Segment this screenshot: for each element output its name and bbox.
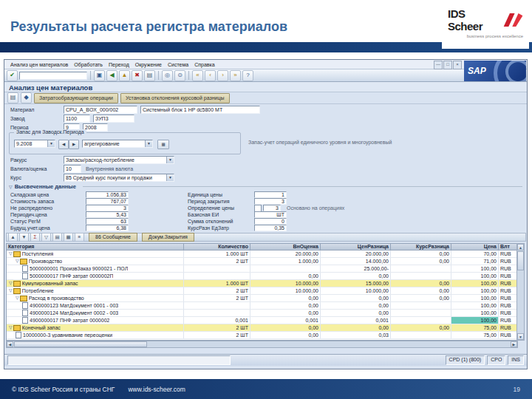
table-row[interactable]: ▽Производство2 ШТ1.000,0014.000,000,0071… — [7, 258, 517, 265]
enter-icon[interactable]: ✔ — [7, 70, 18, 81]
expander-icon[interactable]: ▽ — [9, 281, 13, 286]
app-toolbar-button[interactable]: Установка отклонения курсовой разницы — [120, 93, 230, 103]
column-header[interactable]: ЦенРазница — [321, 244, 391, 250]
save-icon[interactable]: ▣ — [94, 70, 105, 81]
menu-item[interactable]: Справка — [191, 61, 217, 68]
restore-icon[interactable]: □ — [443, 61, 452, 69]
scroll-up-icon[interactable]: ▲ — [517, 244, 524, 250]
horizontal-scroll-thumb[interactable] — [14, 341, 147, 347]
grid-settings-button[interactable]: ▦ — [157, 140, 169, 149]
detail-field[interactable]: 767,07 — [86, 198, 129, 205]
print-icon[interactable]: ▤ — [52, 233, 62, 242]
table-row[interactable]: ▽Расход в производство2 ШТ0,000,000,0010… — [7, 295, 517, 302]
rate-select[interactable]: 85 Средний курс покупки и продажи ▼ — [64, 174, 174, 182]
expander-icon[interactable]: ▽ — [16, 259, 19, 264]
detail-field[interactable]: 5,43 — [86, 211, 129, 218]
app-toolbar-button[interactable]: Затратообразующие операции — [34, 93, 118, 103]
expander-icon[interactable]: ▽ — [9, 251, 13, 256]
table-row[interactable]: ▽Конечный запас2 ШТ0,000,000,0075,00RUB — [7, 324, 517, 332]
aggregation-select[interactable]: агрегирование ▼ — [82, 140, 153, 148]
column-header[interactable]: Количество — [184, 244, 250, 250]
detail-field[interactable]: 63 — [86, 218, 129, 225]
detail-field[interactable]: ШТ — [254, 211, 287, 218]
back-icon[interactable]: ◀ — [106, 70, 117, 81]
find-icon[interactable]: ◎ — [162, 70, 173, 81]
sort-desc-icon[interactable]: ▼ — [19, 233, 29, 242]
table-row[interactable]: 5000000017 ПНФ затрат 0000002П0,000,0010… — [7, 273, 517, 280]
sum-icon[interactable]: Σ — [30, 233, 40, 242]
column-header[interactable]: ВнОценка — [250, 244, 321, 250]
other-material-icon[interactable]: ◆ — [21, 92, 32, 103]
layout-icon[interactable]: ≡ — [75, 233, 84, 242]
column-header[interactable]: Категория — [7, 244, 184, 250]
detail-field[interactable]: 3 — [263, 205, 281, 211]
scroll-right-icon[interactable]: ▶ — [511, 341, 517, 347]
table-toolbar-button[interactable]: Докум.Закрытия — [142, 233, 194, 242]
menu-item[interactable]: Анализ цен материалов — [7, 61, 71, 68]
material-field[interactable]: CPU_A_BOX_000/002 — [64, 106, 137, 114]
detail-field[interactable]: 0 — [254, 218, 287, 225]
next-period-button[interactable]: ▶ — [69, 140, 79, 149]
view-select[interactable]: Запасы/расход-потребление ▼ — [64, 156, 174, 164]
table-row[interactable]: 4900000123 МатДокумент 0001 - 0030,000,0… — [7, 302, 517, 310]
scroll-down-icon[interactable]: ▼ — [517, 333, 524, 340]
scroll-left-icon[interactable]: ◀ — [7, 341, 13, 347]
find-next-icon[interactable]: ⊙ — [174, 70, 185, 81]
column-header[interactable]: Цена — [451, 244, 499, 250]
cancel-icon[interactable]: ✖ — [132, 70, 143, 81]
table-row[interactable]: ▽Кумулированный запас1.000 ШТ10.000,0015… — [7, 280, 517, 287]
exit-icon[interactable]: ▲ — [119, 70, 130, 81]
detail-field[interactable]: 3 — [86, 205, 129, 211]
export-icon[interactable]: ▦ — [64, 233, 73, 242]
table-row[interactable]: 4900000124 МатДокумент 0002 - 0030,000,0… — [7, 310, 517, 317]
close-icon[interactable]: × — [453, 61, 462, 69]
horizontal-scrollbar[interactable]: ◀ ▶ — [6, 341, 518, 348]
table-row[interactable]: 5000000001 ПроизвЗаказ 9000021 - ПОЛ25.0… — [7, 265, 517, 273]
detail-icon[interactable]: ▤ — [7, 92, 18, 103]
detail-field[interactable]: 3 — [254, 198, 287, 205]
menu-item[interactable]: Окружение — [132, 61, 165, 68]
next-page-icon[interactable]: › — [217, 70, 228, 81]
last-page-icon[interactable]: » — [230, 70, 241, 81]
collapse-icon[interactable]: ▽ — [9, 184, 13, 189]
minimize-icon[interactable]: — — [434, 61, 443, 69]
menu-item[interactable]: Система — [165, 61, 191, 68]
plant-desc-field[interactable]: ЗУП3 — [93, 115, 134, 123]
prev-period-button[interactable]: ◀ — [58, 140, 69, 149]
footer-url[interactable]: www.ids-scheer.com — [128, 386, 185, 393]
vertical-scroll-thumb[interactable] — [517, 251, 524, 270]
detail-field[interactable]: 6,38 — [86, 225, 129, 231]
print-icon[interactable]: ▤ — [144, 70, 155, 81]
table-toolbar-button[interactable]: 86 Сообщение — [89, 233, 137, 242]
details-section-header[interactable]: ▽ Высвеченные данные — [4, 183, 527, 190]
table-row[interactable]: ▽Потребление2 ШТ10.000,0010.000,000,0010… — [7, 287, 517, 295]
column-header[interactable]: Влт — [499, 244, 519, 250]
filter-icon[interactable]: ▽ — [41, 233, 51, 242]
first-page-icon[interactable]: « — [192, 70, 203, 81]
detail-field[interactable]: 0,35 — [254, 225, 287, 231]
column-header[interactable]: КурсРазница — [391, 244, 451, 250]
menu-item[interactable]: Обработать — [71, 61, 106, 68]
period-select[interactable]: 9.2008 ▼ — [14, 140, 55, 148]
sort-asc-icon[interactable]: ▲ — [8, 233, 18, 242]
expander-icon[interactable]: ▽ — [9, 288, 13, 293]
help-icon[interactable]: ? — [242, 70, 253, 81]
command-field[interactable] — [19, 72, 87, 80]
currency-field[interactable]: 10 — [64, 165, 81, 173]
plant-field[interactable]: 1100 — [64, 115, 90, 123]
detail-field[interactable]: 1 — [254, 191, 287, 198]
vertical-scrollbar[interactable]: ▲ ▼ — [516, 243, 525, 341]
detail-field[interactable]: 1.056,83 — [86, 191, 129, 198]
menu-item[interactable]: Переход — [106, 61, 132, 68]
expander-icon[interactable]: ▽ — [16, 296, 19, 301]
expander-icon[interactable]: ▽ — [9, 325, 13, 330]
period-year-field[interactable]: 2008 — [83, 123, 108, 132]
details-section-title: Высвеченные данные — [15, 183, 76, 190]
table-row[interactable]: 4900000017 ПНФ затрат 00000020,0010,0010… — [7, 317, 517, 324]
table-row[interactable]: 10000000-3 уравнивание переоценки2 ШТ0,0… — [7, 332, 517, 339]
cell-value3: 0,00 — [391, 250, 451, 257]
aggregation-select-value: агрегирование — [83, 140, 145, 147]
table-row[interactable]: ▽Поступления1.000 ШТ20.000,0020.000,000,… — [7, 250, 517, 258]
material-desc-field[interactable]: Системный блок 1 HP dc5800 MT — [140, 106, 260, 114]
prev-page-icon[interactable]: ‹ — [205, 70, 216, 81]
